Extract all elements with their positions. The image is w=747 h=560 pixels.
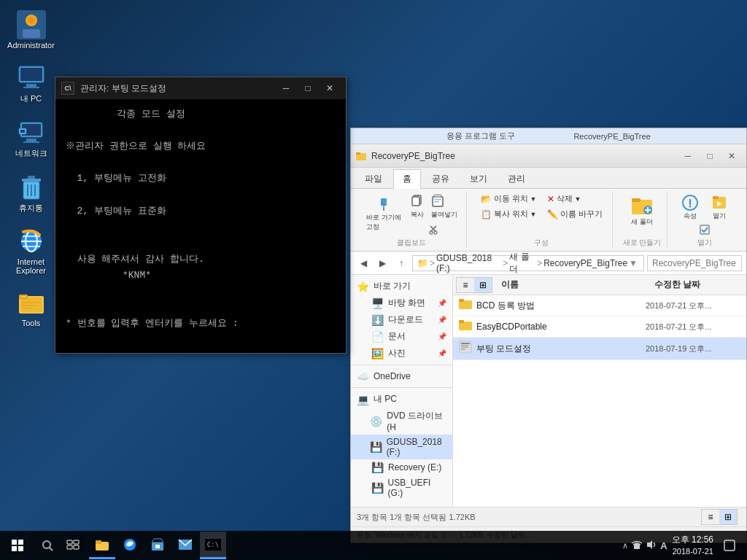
ribbon-btn-pin[interactable]: 바로 가기에고정 <box>363 195 405 234</box>
desktop-icon-recycle-bin[interactable]: 휴지통 <box>4 169 58 217</box>
explorer-minimize-button[interactable]: ─ <box>678 148 698 164</box>
ribbon-btn-copy-to[interactable]: 📋 복사 위치 ▼ <box>477 207 541 221</box>
svg-rect-72 <box>18 546 23 551</box>
desktop-icon-ie[interactable]: InternetExplorer <box>4 224 58 278</box>
tray-clock[interactable]: 오후 12:56 2018-07-21 <box>672 534 713 557</box>
cmd-title: 관리자: 부팅 모드설정 <box>80 82 276 95</box>
onedrive-label: OneDrive <box>374 371 411 381</box>
tray-volume-icon[interactable] <box>646 540 657 552</box>
ribbon-btn-move-to[interactable]: 📂 이동 위치 ▼ <box>477 192 541 206</box>
ribbon-btn-delete[interactable]: ✕ 삭제 ▼ <box>543 192 585 206</box>
notification-button[interactable] <box>718 531 741 560</box>
tab-share[interactable]: 공유 <box>422 169 459 188</box>
svg-rect-2 <box>23 29 40 38</box>
organize-label: 구성 <box>534 238 549 248</box>
my-pc-sidebar-label: 내 PC <box>374 393 397 405</box>
ribbon-btn-properties[interactable]: 속성 <box>678 192 703 223</box>
ribbon-btn-cut[interactable] <box>426 223 442 236</box>
svg-rect-16 <box>28 176 35 179</box>
sidebar-item-documents[interactable]: 📄 문서 📌 <box>351 328 452 345</box>
ribbon-btn-open[interactable]: 열기 <box>707 192 732 223</box>
ribbon-btn-copy[interactable]: 복사 <box>408 192 427 222</box>
back-button[interactable]: ◀ <box>355 255 371 271</box>
explorer-close-button[interactable]: ✕ <box>721 148 742 164</box>
tab-manage[interactable]: 관리 <box>498 169 535 188</box>
address-path[interactable]: 📁 > GDUSB_2018 (F:) > 새 폴더 > RecoveryPE_… <box>412 255 644 271</box>
col-name-header: 이름 <box>495 276 649 294</box>
bcd-folder-icon <box>459 298 472 313</box>
tab-file[interactable]: 파일 <box>355 169 392 188</box>
cmd-line-5 <box>66 187 336 203</box>
sidebar-item-usb-uefi[interactable]: 💾 USB_UEFI (G:) <box>351 475 452 500</box>
explorer-titlebar[interactable]: RecoveryPE_BigTree ─ □ ✕ <box>351 144 746 168</box>
cmd-close-button[interactable]: ✕ <box>320 80 340 96</box>
tray-up-arrow[interactable]: ∧ <box>622 541 628 551</box>
desktop-icon-my-pc[interactable]: 내 PC <box>4 60 58 107</box>
path-dropdown[interactable]: ▼ <box>629 258 638 268</box>
taskbar-cmd-button[interactable]: C:\ <box>200 532 226 559</box>
svg-rect-42 <box>434 199 441 201</box>
sidebar-item-recovery[interactable]: 💾 Recovery (E:) <box>351 459 452 475</box>
desktop-sidebar-label: 바탕 화면 <box>388 297 425 309</box>
cmd-titlebar[interactable]: C\ 관리자: 부팅 모드설정 ─ □ ✕ <box>55 77 346 99</box>
ribbon-btn-paste[interactable]: 붙여넣기 <box>428 192 460 222</box>
rename-label: 이름 바꾸기 <box>560 209 603 219</box>
tab-view[interactable]: 보기 <box>460 169 497 188</box>
forward-button[interactable]: ▶ <box>374 255 390 271</box>
new-folder-icon <box>630 194 654 217</box>
copy-icon <box>411 194 424 207</box>
pictures-icon: 🖼️ <box>371 348 384 359</box>
tray-keyboard-indicator[interactable]: A <box>660 540 667 551</box>
cmd-line-1 <box>66 122 336 139</box>
sidebar-item-gdusb[interactable]: 💾 GDUSB_2018 (F:) <box>351 435 452 459</box>
desktop-icon-network[interactable]: 네트워크 <box>4 114 58 162</box>
detail-view-button[interactable]: ⊞ <box>474 278 492 292</box>
cmd-maximize-button[interactable]: □ <box>298 80 318 96</box>
up-button[interactable]: ↑ <box>393 255 409 271</box>
status-list-view[interactable]: ≡ <box>702 510 719 524</box>
file-item-easybcd[interactable]: EasyBCDPortable 2018-07-21 오후... <box>453 316 746 338</box>
ribbon-btn-checkboxes[interactable] <box>699 224 711 236</box>
sidebar-item-quick-access[interactable]: ⭐ 바로 가기 <box>351 278 452 295</box>
taskbar-store-button[interactable] <box>144 532 171 559</box>
taskbar-explorer-button[interactable] <box>89 532 115 559</box>
file-item-bcd[interactable]: BCD 등록 방법 2018-07-21 오후... <box>453 295 746 316</box>
paste-label: 붙여넣기 <box>431 210 457 219</box>
cmd-line-10: *KNM* <box>66 268 336 284</box>
sidebar-item-downloads[interactable]: ⬇️ 다운로드 📌 <box>351 311 452 328</box>
sidebar-item-pictures[interactable]: 🖼️ 사진 📌 <box>351 345 452 362</box>
search-input[interactable] <box>647 255 742 271</box>
sidebar-item-onedrive[interactable]: ☁️ OneDrive <box>351 368 452 384</box>
taskbar-edge-button[interactable] <box>117 532 143 559</box>
path-sep-1: > <box>503 258 508 268</box>
cmd-icon: C\ <box>61 82 74 95</box>
sidebar-item-dvd[interactable]: 💿 DVD 드라이브 (H <box>351 408 452 435</box>
svg-rect-28 <box>20 296 26 298</box>
task-view-button[interactable] <box>60 532 86 559</box>
bcd-name: BCD 등록 방법 <box>476 300 646 312</box>
file-item-boot-mode[interactable]: 부팅 모드설정 2018-07-19 오후... <box>453 338 746 360</box>
copy-to-icon: 📋 <box>481 209 492 219</box>
desktop-icon-administrator[interactable]: Administrator <box>4 7 58 52</box>
ribbon-btn-new-folder[interactable]: 새 폴더 <box>624 192 660 229</box>
sidebar-item-desktop[interactable]: 🖥️ 바탕 화면 📌 <box>351 295 452 311</box>
administrator-icon <box>17 10 46 39</box>
taskbar-mail-button[interactable] <box>172 532 198 559</box>
explorer-maximize-button[interactable]: □ <box>700 148 720 164</box>
svg-rect-41 <box>435 196 441 198</box>
quick-access-icon: ⭐ <box>357 281 369 292</box>
start-button[interactable] <box>0 531 35 560</box>
usb-uefi-icon: 💾 <box>371 482 384 494</box>
tab-home[interactable]: 홈 <box>393 169 421 189</box>
status-detail-view[interactable]: ⊞ <box>719 510 737 524</box>
ribbon-btn-rename[interactable]: ✏️ 이름 바꾸기 <box>543 207 606 221</box>
svg-rect-38 <box>412 197 419 206</box>
sidebar-item-my-pc[interactable]: 💻 내 PC <box>351 391 452 408</box>
svg-rect-86 <box>634 544 640 549</box>
tray-network-icon[interactable] <box>631 540 643 552</box>
list-view-button[interactable]: ≡ <box>457 278 474 292</box>
cmd-minimize-button[interactable]: ─ <box>276 80 296 96</box>
search-button[interactable] <box>35 534 60 557</box>
cmd-line-2: ※관리자 권한으로 실행 하세요 <box>66 139 336 155</box>
desktop-icon-tools[interactable]: Tools <box>4 285 58 330</box>
